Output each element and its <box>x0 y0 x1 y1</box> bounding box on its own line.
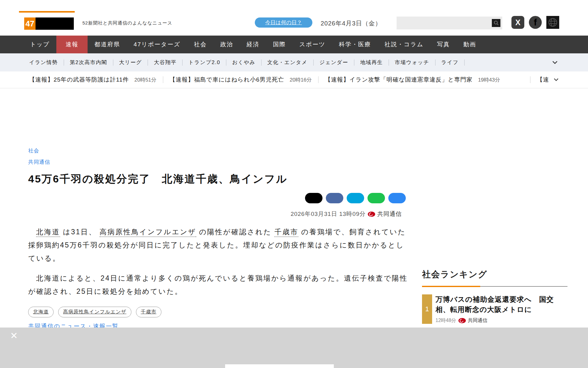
category-link[interactable]: 社会 <box>28 147 39 154</box>
tag-chip[interactable]: 千歳市 <box>136 307 161 317</box>
topics-chevron-down-icon[interactable] <box>552 61 558 64</box>
keyword-link[interactable]: 高病原性鳥インフルエンザ <box>100 228 196 237</box>
share-button-blue[interactable] <box>388 193 406 203</box>
nav-item-47リポーターズ[interactable]: 47リポーターズ <box>127 36 187 53</box>
social-links: X f <box>511 16 559 29</box>
publish-row: 2026年03月31日 13時09分 共同通信 <box>28 210 409 218</box>
ticker-divider <box>318 76 318 83</box>
topic-divider <box>64 59 64 66</box>
x-icon[interactable]: X <box>511 16 524 29</box>
topic-link[interactable]: イラン情勢 <box>29 59 58 66</box>
ticker-chevron-down-icon[interactable] <box>553 78 559 82</box>
main-nav: トップ速報都道府県47リポーターズ社会政治経済国際スポーツ科学・医療社説・コラム… <box>0 36 588 53</box>
close-icon[interactable]: ✕ <box>10 331 18 340</box>
nav-item-社会[interactable]: 社会 <box>187 36 213 53</box>
keyword-link[interactable]: 千歳市 <box>274 228 298 237</box>
site-header: 47 NEWS 52新聞社と共同通信のよんななニュース 今日は何の日？ 2026… <box>0 0 588 36</box>
kyodo-logo-icon <box>458 318 466 323</box>
article-paragraph: 北海道によると、24日に通常より多くの鶏が死んでいると養鶏場から通報があった。遺… <box>28 272 409 298</box>
keyword-link[interactable]: 北海道 <box>36 228 60 237</box>
topic-divider <box>226 59 226 66</box>
nav-item-動画[interactable]: 動画 <box>457 36 483 53</box>
source-link[interactable]: 共同通信 <box>28 159 50 166</box>
search-box <box>397 17 502 29</box>
rank-badge: 1 <box>422 294 432 324</box>
tag-chip[interactable]: 北海道 <box>28 307 54 317</box>
facebook-icon[interactable]: f <box>529 16 542 29</box>
nav-item-経済[interactable]: 経済 <box>240 36 266 53</box>
site-logo[interactable]: 47 NEWS <box>24 17 74 30</box>
topic-link[interactable]: トランプ2.0 <box>188 59 220 66</box>
rank-body: 万博バスの補助金返還要求へ 国交相、転用断念の大阪メトロに12時48分共同通信 <box>435 294 558 324</box>
topic-divider <box>182 59 183 66</box>
ticker-time: 19時43分 <box>478 76 500 83</box>
topic-link[interactable]: ライフ <box>441 59 459 66</box>
ticker-time: 20時51分 <box>134 76 156 83</box>
topic-divider <box>148 59 148 66</box>
ticker-divider <box>163 76 163 83</box>
ticker-item[interactable]: 【速報】イラン攻撃「明確な国連憲章違反」と専門家 <box>325 76 473 84</box>
topic-divider <box>354 59 354 66</box>
topic-link[interactable]: 大リーグ <box>119 59 142 66</box>
globe-icon[interactable] <box>546 16 559 29</box>
publish-datetime: 2026年03月31日 13時09分 <box>291 210 366 218</box>
topic-link[interactable]: ジェンダー <box>319 59 348 66</box>
topic-divider <box>261 59 262 66</box>
topic-divider <box>435 59 435 66</box>
rank-item-time: 12時48分 <box>435 317 456 324</box>
ticker-item[interactable]: 【速報】福島で車にはねられ小6男児死亡 <box>170 76 284 84</box>
publish-source: 共同通信 <box>377 210 402 218</box>
topic-link[interactable]: 地域再生 <box>360 59 383 66</box>
ranking-list: 1万博バスの補助金返還要求へ 国交相、転用断念の大阪メトロに12時48分共同通信 <box>422 294 567 324</box>
article-body: 北海道 は31日、 高病原性鳥インフルエンザ の陽性が確認された 千歳市 の養鶏… <box>28 225 409 298</box>
share-button-hatena[interactable] <box>347 193 364 203</box>
ranking-rule <box>422 286 567 287</box>
logo-news-box: NEWS <box>36 17 74 30</box>
current-date: 2026年4月3日（金） <box>321 19 382 28</box>
bottom-overlay-banner: ✕ <box>0 328 588 368</box>
breaking-news-ticker: 【速報】25年の武器等防護は計11件20時51分【速報】福島で車にはねられ小6男… <box>0 71 588 88</box>
topic-divider <box>113 59 113 66</box>
nav-item-国際[interactable]: 国際 <box>266 36 292 53</box>
site-tagline: 52新聞社と共同通信のよんななニュース <box>82 20 172 26</box>
search-input[interactable] <box>397 20 492 26</box>
topic-link[interactable]: おくやみ <box>232 59 255 66</box>
topic-divider <box>313 59 314 66</box>
kyodo-logo-icon <box>368 212 375 217</box>
nav-item-スポーツ[interactable]: スポーツ <box>292 36 332 53</box>
share-buttons <box>28 193 409 203</box>
topic-divider <box>464 59 465 66</box>
ranking-title: 社会ランキング <box>422 269 567 280</box>
topic-link[interactable]: 第2次高市内閣 <box>70 59 107 66</box>
tag-chip[interactable]: 高病原性鳥インフルエンザ <box>58 307 131 317</box>
topic-link[interactable]: 文化・エンタメ <box>267 59 307 66</box>
share-button-facebook[interactable] <box>326 193 343 203</box>
nav-item-科学・医療[interactable]: 科学・医療 <box>332 36 378 53</box>
nav-item-トップ[interactable]: トップ <box>23 36 56 53</box>
search-icon <box>493 20 499 26</box>
topics-nav: イラン情勢第2次高市内閣大リーグ大谷翔平トランプ2.0おくやみ文化・エンタメジェ… <box>0 53 588 71</box>
article-paragraph: 北海道 は31日、 高病原性鳥インフルエンザ の陽性が確認された 千歳市 の養鶏… <box>28 225 409 265</box>
today-topic-button[interactable]: 今日は何の日？ <box>255 17 312 28</box>
topic-link[interactable]: 大谷翔平 <box>154 59 176 66</box>
nav-item-速報[interactable]: 速報 <box>56 36 88 53</box>
topic-link[interactable]: 市場ウォッチ <box>395 59 429 66</box>
ranking-item[interactable]: 1万博バスの補助金返還要求へ 国交相、転用断念の大阪メトロに12時48分共同通信 <box>422 294 567 324</box>
ticker-item[interactable]: 【速報】25年の武器等防護は計11件 <box>29 76 129 84</box>
overlay-white-strip <box>225 364 334 368</box>
search-button[interactable] <box>492 19 500 27</box>
nav-item-政治[interactable]: 政治 <box>213 36 240 53</box>
nav-item-社説・コラム[interactable]: 社説・コラム <box>378 36 430 53</box>
page: 47 NEWS 52新聞社と共同通信のよんななニュース 今日は何の日？ 2026… <box>0 0 588 368</box>
ticker-divider <box>530 76 530 83</box>
ticker-item[interactable]: 【速 <box>537 76 549 84</box>
tag-list: 北海道高病原性鳥インフルエンザ千歳市 <box>28 307 409 317</box>
ranking-rule-accent <box>422 286 480 287</box>
share-button-x[interactable] <box>305 193 322 203</box>
nav-item-都道府県[interactable]: 都道府県 <box>88 36 127 53</box>
share-button-line[interactable] <box>368 193 385 203</box>
article: 社会 共同通信 45万6千羽の殺処分完了 北海道千歳、鳥インフル 2026年03… <box>28 88 409 330</box>
nav-item-写真[interactable]: 写真 <box>430 36 457 53</box>
article-headline: 45万6千羽の殺処分完了 北海道千歳、鳥インフル <box>28 172 409 186</box>
sidebar: 社会ランキング 1万博バスの補助金返還要求へ 国交相、転用断念の大阪メトロに12… <box>422 88 567 324</box>
